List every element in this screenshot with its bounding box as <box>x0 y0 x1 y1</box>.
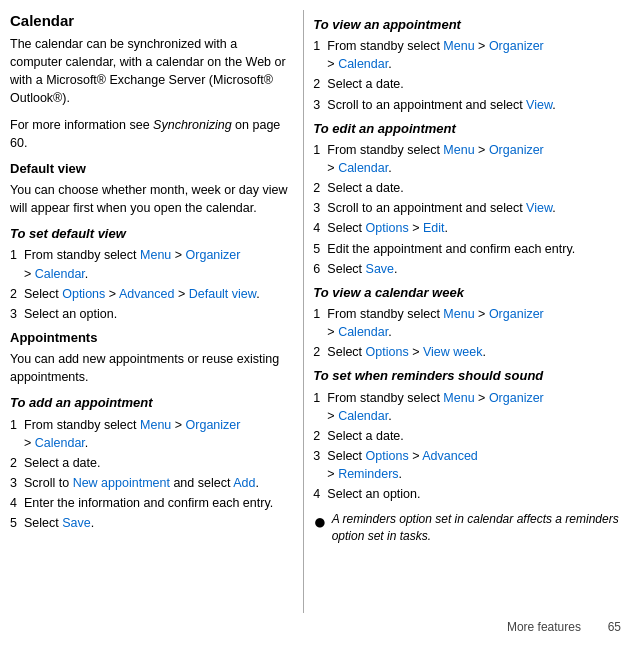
edit-link[interactable]: Edit <box>423 221 445 235</box>
step-3a: 3 Select an option. <box>10 305 289 323</box>
step-2e: 2 Select Options > View week. <box>313 343 627 361</box>
organizer-link-2[interactable]: Organizer <box>186 418 241 432</box>
note-bullet-icon: ● <box>313 511 326 533</box>
appointments-body: You can add new appointments or reuse ex… <box>10 350 289 386</box>
step-3c: 3 Scroll to an appointment and select Vi… <box>313 96 627 114</box>
step-4f: 4 Select an option. <box>313 485 627 503</box>
options-link-3[interactable]: Options <box>366 345 409 359</box>
view-calendar-week-steps: 1 From standby select Menu > Organizer> … <box>313 305 627 361</box>
advanced-link-2[interactable]: Advanced <box>422 449 478 463</box>
step-1e: 1 From standby select Menu > Organizer> … <box>313 305 627 341</box>
menu-link-1[interactable]: Menu <box>140 248 171 262</box>
edit-appointment-steps: 1 From standby select Menu > Organizer> … <box>313 141 627 278</box>
set-reminders-steps: 1 From standby select Menu > Organizer> … <box>313 389 627 504</box>
options-link-2[interactable]: Options <box>366 221 409 235</box>
note-text: A reminders option set in calendar affec… <box>332 511 627 545</box>
content-area: Calendar The calendar can be synchronize… <box>0 10 637 613</box>
options-link-1[interactable]: Options <box>62 287 105 301</box>
step-2b: 2 Select a date. <box>10 454 289 472</box>
menu-link-2[interactable]: Menu <box>140 418 171 432</box>
right-column: To view an appointment 1 From standby se… <box>308 10 627 613</box>
left-column: Calendar The calendar can be synchronize… <box>10 10 299 613</box>
calendar-link-5[interactable]: Calendar <box>338 325 388 339</box>
page: Calendar The calendar can be synchronize… <box>0 0 637 650</box>
add-appointment-steps: 1 From standby select Menu > Organizer> … <box>10 416 289 533</box>
menu-link-4[interactable]: Menu <box>443 143 474 157</box>
reminders-link[interactable]: Reminders <box>338 467 398 481</box>
footer-section-label: More features <box>507 619 581 636</box>
view-link-2[interactable]: View <box>526 201 552 215</box>
view-week-link[interactable]: View week <box>423 345 483 359</box>
menu-link-3[interactable]: Menu <box>443 39 474 53</box>
note-box: ● A reminders option set in calendar aff… <box>313 511 627 545</box>
calendar-link-4[interactable]: Calendar <box>338 161 388 175</box>
advanced-link-1[interactable]: Advanced <box>119 287 175 301</box>
step-1a: 1 From standby select Menu > Organizer> … <box>10 246 289 282</box>
step-5d: 5 Edit the appointment and confirm each … <box>313 240 627 258</box>
intro1: The calendar can be synchronized with a … <box>10 35 289 108</box>
organizer-link-5[interactable]: Organizer <box>489 307 544 321</box>
section-title: Calendar <box>10 10 289 31</box>
organizer-link-6[interactable]: Organizer <box>489 391 544 405</box>
save-link-1[interactable]: Save <box>62 516 91 530</box>
view-calendar-week-title: To view a calendar week <box>313 284 627 302</box>
step-3d: 3 Scroll to an appointment and select Vi… <box>313 199 627 217</box>
save-link-2[interactable]: Save <box>366 262 395 276</box>
default-view-body: You can choose whether month, week or da… <box>10 181 289 217</box>
page-footer: More features 65 <box>0 613 637 640</box>
step-1b: 1 From standby select Menu > Organizer> … <box>10 416 289 452</box>
view-appointment-title: To view an appointment <box>313 16 627 34</box>
calendar-link-6[interactable]: Calendar <box>338 409 388 423</box>
options-link-4[interactable]: Options <box>366 449 409 463</box>
set-default-view-steps: 1 From standby select Menu > Organizer> … <box>10 246 289 323</box>
add-appointment-title: To add an appointment <box>10 394 289 412</box>
view-link-1[interactable]: View <box>526 98 552 112</box>
step-1d: 1 From standby select Menu > Organizer> … <box>313 141 627 177</box>
step-3b: 3 Scroll to New appointment and select A… <box>10 474 289 492</box>
menu-link-6[interactable]: Menu <box>443 391 474 405</box>
step-2d: 2 Select a date. <box>313 179 627 197</box>
new-appointment-link[interactable]: New appointment <box>73 476 170 490</box>
organizer-link-1[interactable]: Organizer <box>186 248 241 262</box>
view-appointment-steps: 1 From standby select Menu > Organizer> … <box>313 37 627 114</box>
set-reminders-title: To set when reminders should sound <box>313 367 627 385</box>
step-3f: 3 Select Options > Advanced> Reminders. <box>313 447 627 483</box>
default-view-title: Default view <box>10 160 289 178</box>
calendar-link-1[interactable]: Calendar <box>35 267 85 281</box>
column-divider <box>303 10 304 613</box>
calendar-link-2[interactable]: Calendar <box>35 436 85 450</box>
organizer-link-4[interactable]: Organizer <box>489 143 544 157</box>
edit-appointment-title: To edit an appointment <box>313 120 627 138</box>
step-5b: 5 Select Save. <box>10 514 289 532</box>
step-2c: 2 Select a date. <box>313 75 627 93</box>
step-1c: 1 From standby select Menu > Organizer> … <box>313 37 627 73</box>
step-2f: 2 Select a date. <box>313 427 627 445</box>
add-link[interactable]: Add <box>233 476 255 490</box>
set-default-view-title: To set default view <box>10 225 289 243</box>
menu-link-5[interactable]: Menu <box>443 307 474 321</box>
page-number: 65 <box>608 619 621 636</box>
step-6d: 6 Select Save. <box>313 260 627 278</box>
calendar-link-3[interactable]: Calendar <box>338 57 388 71</box>
appointments-title: Appointments <box>10 329 289 347</box>
step-1f: 1 From standby select Menu > Organizer> … <box>313 389 627 425</box>
step-4b: 4 Enter the information and confirm each… <box>10 494 289 512</box>
step-4d: 4 Select Options > Edit. <box>313 219 627 237</box>
organizer-link-3[interactable]: Organizer <box>489 39 544 53</box>
step-2a: 2 Select Options > Advanced > Default vi… <box>10 285 289 303</box>
default-view-link[interactable]: Default view <box>189 287 256 301</box>
intro2: For more information see Synchronizing o… <box>10 116 289 152</box>
